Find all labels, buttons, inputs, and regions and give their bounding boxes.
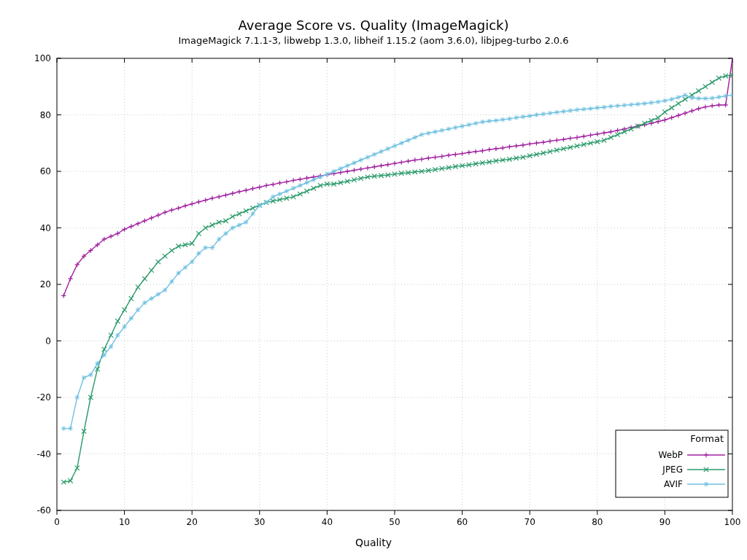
x-tick-label: 20: [187, 517, 198, 527]
y-tick-label: -40: [36, 449, 51, 459]
legend: FormatWebPJPEGAVIF: [616, 430, 728, 497]
x-tick-label: 60: [457, 517, 468, 527]
y-tick-label: 60: [40, 166, 51, 176]
chart-plot: 0102030405060708090100-60-40-20020406080…: [0, 0, 747, 560]
y-tick-label: -20: [36, 392, 51, 402]
x-tick-label: 70: [525, 517, 535, 527]
legend-label: AVIF: [664, 479, 683, 489]
x-tick-label: 10: [119, 517, 130, 527]
x-tick-label: 30: [254, 517, 265, 527]
x-tick-label: 40: [322, 517, 333, 527]
y-tick-label: 80: [40, 110, 51, 120]
legend-label: WebP: [659, 450, 683, 460]
x-tick-label: 80: [592, 517, 603, 527]
x-tick-label: 90: [659, 517, 670, 527]
x-tick-label: 100: [724, 517, 741, 527]
chart-stage: Average Score vs. Quality (ImageMagick) …: [0, 0, 747, 560]
legend-label: JPEG: [662, 464, 683, 475]
y-tick-label: 20: [40, 279, 51, 289]
legend-title: Format: [690, 433, 724, 444]
y-tick-label: -60: [36, 505, 51, 516]
x-tick-label: 50: [389, 517, 400, 527]
y-tick-label: 100: [34, 53, 51, 63]
y-tick-label: 40: [40, 223, 51, 233]
x-tick-label: 0: [54, 517, 60, 527]
y-tick-label: 0: [45, 336, 51, 346]
